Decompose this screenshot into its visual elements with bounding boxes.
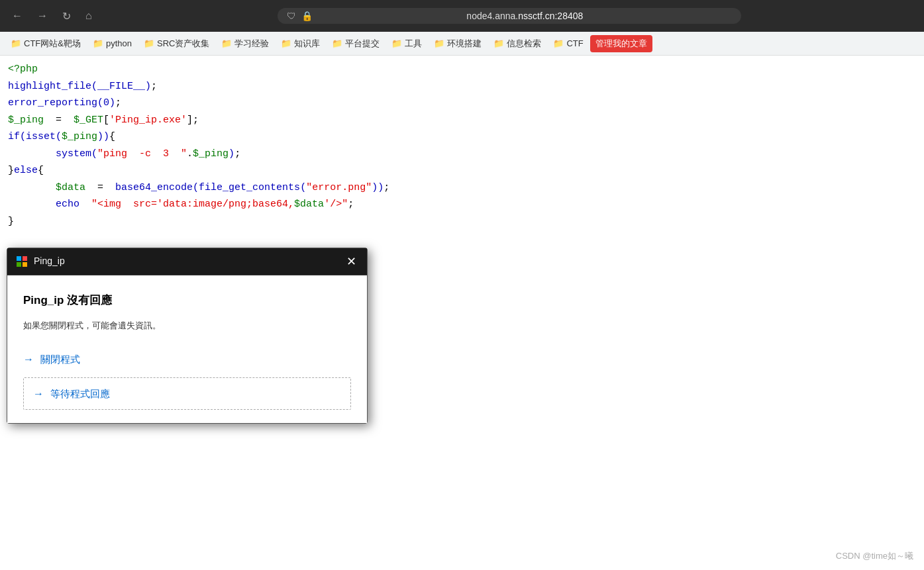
footer-watermark: CSDN @time如～曦	[836, 550, 913, 562]
wait-program-label: 等待程式回應	[50, 385, 110, 403]
bookmark-manage[interactable]: 管理我的文章	[590, 35, 652, 52]
dialog-title: Ping_ip	[34, 254, 338, 269]
back-button[interactable]: ←	[8, 7, 26, 24]
bookmark-ctf[interactable]: 📁 CTF网站&靶场	[5, 35, 86, 52]
bookmark-info-label: 信息检索	[507, 38, 541, 50]
url-domain: nssctf.cn	[518, 11, 554, 21]
arrow-icon-2: →	[33, 385, 44, 403]
url-port: :28408	[554, 11, 583, 21]
folder-icon: 📁	[391, 38, 402, 48]
code-line-9: echo "<img src='data:image/png;base64,$d…	[8, 196, 916, 213]
home-button[interactable]: ⌂	[81, 7, 96, 24]
bookmark-tools[interactable]: 📁 工具	[386, 35, 427, 52]
lock-icon: 🔒	[301, 11, 313, 21]
dialog-app-icon	[15, 255, 28, 268]
forward-button[interactable]: →	[33, 7, 52, 24]
code-line-6: system("ping -c 3 ".$_ping);	[8, 146, 916, 163]
svg-rect-1	[23, 256, 27, 261]
dialog-titlebar: Ping_ip ✕	[7, 248, 367, 275]
bookmark-platform[interactable]: 📁 平台提交	[327, 35, 385, 52]
dialog-body: Ping_ip 沒有回應 如果您關閉程式，可能會遺失資訊。 → 關閉程式 → 等…	[7, 275, 367, 423]
bookmark-tools-label: 工具	[405, 38, 422, 50]
close-program-action[interactable]: → 關閉程式	[23, 346, 351, 372]
bookmark-knowledge[interactable]: 📁 知识库	[276, 35, 325, 52]
bookmark-env[interactable]: 📁 环境搭建	[429, 35, 487, 52]
url-text: node4.anna.nssctf.cn:28408	[318, 11, 732, 21]
dialog-description: 如果您關閉程式，可能會遺失資訊。	[23, 318, 351, 333]
bookmark-platform-label: 平台提交	[345, 38, 380, 50]
folder-icon: 📁	[221, 38, 232, 48]
wait-program-action[interactable]: → 等待程式回應	[23, 377, 351, 410]
svg-rect-0	[17, 256, 21, 261]
browser-toolbar: ← → ↻ ⌂ 🛡 🔒 node4.anna.nssctf.cn:28408	[0, 0, 924, 32]
ping-ip-dialog: Ping_ip ✕ Ping_ip 沒有回應 如果您關閉程式，可能會遺失資訊。 …	[7, 248, 368, 424]
bookmark-study-label: 学习经验	[234, 38, 269, 50]
bookmark-study[interactable]: 📁 学习经验	[216, 35, 274, 52]
folder-icon: 📁	[434, 38, 444, 48]
folder-icon: 📁	[11, 38, 21, 48]
folder-icon: 📁	[281, 38, 291, 48]
bookmark-ctf2-label: CTF	[566, 38, 583, 48]
svg-rect-3	[23, 262, 27, 267]
code-line-8: $data = base64_encode(file_get_contents(…	[8, 179, 916, 197]
url-prefix: node4.anna.	[466, 11, 518, 21]
bookmark-ctf2[interactable]: 📁 CTF	[548, 36, 588, 51]
code-line-4: $_ping = $_GET['Ping_ip.exe'];	[8, 112, 916, 129]
bookmark-python-label: python	[106, 38, 132, 48]
folder-icon: 📁	[493, 38, 504, 48]
bookmark-src[interactable]: 📁 SRC资产收集	[138, 35, 215, 52]
refresh-button[interactable]: ↻	[58, 7, 75, 25]
shield-icon: 🛡	[287, 11, 296, 21]
svg-rect-2	[17, 262, 21, 267]
bookmark-knowledge-label: 知识库	[294, 38, 320, 50]
close-program-label: 關閉程式	[40, 351, 80, 368]
code-line-3: error_reporting(0);	[8, 95, 916, 112]
code-line-7: }else{	[8, 162, 916, 179]
code-line-2: highlight_file(__FILE__);	[8, 78, 916, 95]
folder-icon: 📁	[332, 38, 342, 48]
bookmark-src-label: SRC资产收集	[157, 38, 209, 50]
bookmark-python[interactable]: 📁 python	[87, 36, 137, 51]
dialog-close-button[interactable]: ✕	[344, 256, 359, 267]
folder-icon: 📁	[144, 38, 154, 48]
code-line-5: if(isset($_ping)){	[8, 128, 916, 146]
arrow-icon-1: →	[23, 350, 34, 368]
folder-icon: 📁	[553, 38, 564, 48]
page-content: <?php highlight_file(__FILE__); error_re…	[0, 56, 924, 235]
folder-icon: 📁	[93, 38, 103, 48]
bookmark-manage-label: 管理我的文章	[595, 38, 647, 50]
bookmarks-bar: 📁 CTF网站&靶场 📁 python 📁 SRC资产收集 📁 学习经验 📁 知…	[0, 32, 924, 56]
bookmark-env-label: 环境搭建	[447, 38, 482, 50]
code-line-1: <?php	[8, 61, 916, 78]
bookmark-ctf-label: CTF网站&靶场	[24, 38, 81, 50]
dialog-heading: Ping_ip 沒有回應	[23, 291, 351, 310]
code-line-10: }	[8, 213, 916, 230]
bookmark-info[interactable]: 📁 信息检索	[488, 35, 546, 52]
address-bar[interactable]: 🛡 🔒 node4.anna.nssctf.cn:28408	[278, 8, 741, 24]
